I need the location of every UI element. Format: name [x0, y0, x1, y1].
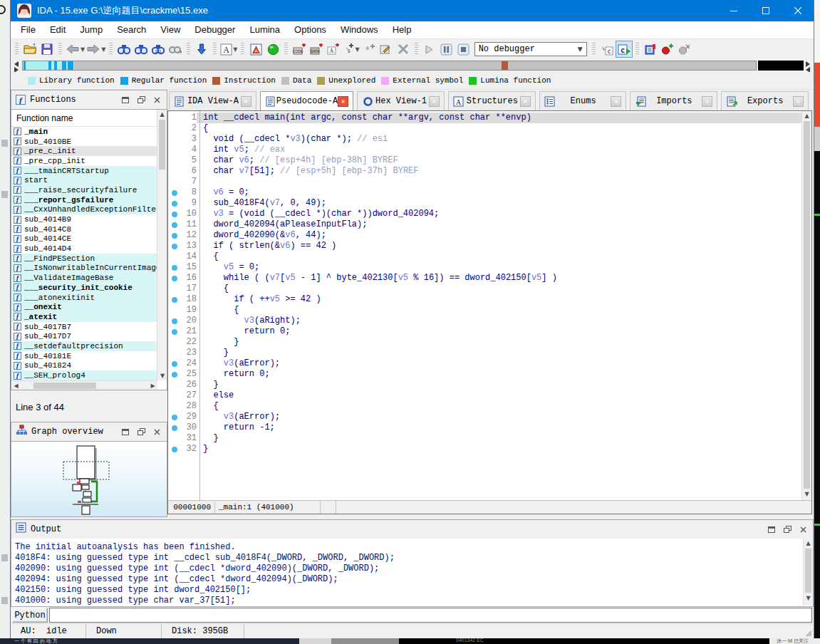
scroll-up-icon[interactable]: ▲: [804, 539, 813, 548]
breakpoint-dot[interactable]: [172, 244, 177, 249]
function-row[interactable]: fsub_4017B7: [11, 322, 157, 332]
navband-left-arrows[interactable]: [12, 61, 21, 71]
function-row[interactable]: fsub_4017D7: [11, 331, 157, 341]
code-line[interactable]: 29 v3(aError);: [168, 412, 802, 422]
tab-ida-view-a[interactable]: IDA View-A✕: [169, 91, 256, 110]
tab-imports[interactable]: Imports✕: [630, 91, 717, 110]
menu-search[interactable]: Search: [110, 21, 153, 38]
function-row[interactable]: f__ValidateImageBase: [11, 273, 157, 283]
breakpoint-dot[interactable]: [172, 318, 177, 324]
function-row[interactable]: f_pre_cpp_init: [11, 156, 157, 166]
breakpoint-gutter[interactable]: [168, 329, 181, 335]
python-input[interactable]: [49, 608, 812, 623]
code-line[interactable]: 3 void (__cdecl *v3)(char *); // esi: [168, 134, 802, 145]
code-line[interactable]: 16 while ( (v7[v5 - 1] ^ byte_402130[v5 …: [168, 273, 802, 284]
breakpoint-list-icon[interactable]: [642, 41, 659, 58]
code-line[interactable]: 28 {: [168, 401, 802, 412]
function-row[interactable]: f___security_init_cookie: [11, 283, 157, 293]
tab-close-hex-view-1[interactable]: ✕: [429, 96, 440, 107]
code-line[interactable]: 26 }: [168, 380, 802, 390]
breakpoint-gutter[interactable]: [168, 233, 181, 239]
functions-column-header[interactable]: Function name: [11, 110, 167, 127]
menu-edit[interactable]: Edit: [43, 21, 73, 38]
maximize-button[interactable]: [749, 0, 782, 21]
code-line[interactable]: 17 {: [168, 284, 802, 294]
breakpoint-dot[interactable]: [172, 222, 177, 228]
make-string-icon[interactable]: A: [325, 41, 342, 58]
breakpoint-dot[interactable]: [172, 212, 177, 217]
code-line[interactable]: 32}: [168, 444, 802, 455]
dock-icon[interactable]: [120, 427, 131, 437]
make-unknown-icon[interactable]: *: [360, 41, 378, 58]
code-line[interactable]: 2{: [168, 123, 802, 134]
breakpoint-gutter[interactable]: [168, 425, 181, 431]
tab-close-ida-view-a[interactable]: ✕: [241, 96, 251, 107]
breakpoint-gutter[interactable]: [168, 244, 181, 249]
navband-right-arrows[interactable]: [804, 61, 812, 71]
code-line[interactable]: 25 return 0;: [168, 369, 802, 380]
function-row[interactable]: fsub_40181E: [11, 351, 157, 361]
menu-help[interactable]: Help: [385, 21, 419, 38]
tab-hex-view-1[interactable]: Hex View-1✕: [357, 91, 445, 110]
breakpoint-gutter[interactable]: [168, 190, 181, 196]
close-panel-icon[interactable]: [151, 427, 162, 437]
tab-close-pseudocode-a[interactable]: ✕: [338, 96, 348, 107]
code-line[interactable]: 15 v5 = 0;: [168, 262, 802, 273]
close-panel-icon[interactable]: [797, 524, 809, 534]
scroll-down-icon[interactable]: ▼: [157, 371, 167, 380]
function-row[interactable]: f___report_gsfailure: [11, 195, 157, 205]
float-icon[interactable]: [135, 427, 147, 437]
problems-icon[interactable]: A: [247, 41, 264, 58]
code-line[interactable]: 1int __cdecl main(int argc, const char *…: [168, 113, 802, 123]
breakpoint-gutter[interactable]: [168, 265, 181, 271]
navband-track[interactable]: [22, 61, 757, 71]
function-row[interactable]: f_atexit: [11, 312, 157, 322]
pause-process-icon[interactable]: [438, 41, 455, 58]
function-row[interactable]: fsub_4014CE: [11, 234, 157, 244]
function-row[interactable]: f___tmainCRTStartup: [11, 166, 157, 176]
pseudocode-vertical-scrollbar[interactable]: ▲ ▼: [801, 111, 811, 500]
menu-debugger[interactable]: Debugger: [187, 21, 242, 38]
stop-process-icon[interactable]: [455, 41, 472, 58]
minimize-button[interactable]: [717, 0, 749, 21]
code-line[interactable]: 11 dword_402094(aPleaseInputFla);: [168, 219, 802, 230]
open-file-icon[interactable]: [21, 41, 38, 58]
tab-close-enums[interactable]: ✕: [611, 96, 621, 107]
delete-breakpoint-icon[interactable]: [676, 41, 693, 58]
code-line[interactable]: 13 if ( strlen(&v6) == 42 ): [168, 241, 802, 251]
pseudocode-view[interactable]: 1int __cdecl main(int argc, const char *…: [168, 111, 802, 500]
code-line[interactable]: 19 {: [168, 305, 802, 316]
code-line[interactable]: 12 dword_402090(&v6, 44);: [168, 230, 802, 241]
code-line[interactable]: 18 if ( ++v5 >= 42 ): [168, 294, 802, 305]
breakpoint-dot[interactable]: [172, 425, 177, 431]
function-row[interactable]: f_pre_c_init: [11, 146, 157, 156]
navigate-back-icon[interactable]: ▼: [65, 41, 85, 58]
code-line[interactable]: 6 char v7[51]; // [esp+5h] [ebp-37h] BYR…: [168, 166, 802, 177]
function-row[interactable]: f_main: [11, 127, 157, 137]
search-text-icon[interactable]: T: [133, 41, 150, 58]
float-icon[interactable]: [782, 524, 793, 534]
breakpoint-gutter[interactable]: [168, 212, 181, 217]
tab-structures[interactable]: AStructures✕: [448, 91, 536, 110]
code-line[interactable]: 7: [168, 177, 802, 187]
code-line[interactable]: 8 v6 = 0;: [168, 187, 802, 198]
function-row[interactable]: fsub_4010BE: [11, 137, 157, 147]
scroll-up-icon[interactable]: ▲: [157, 110, 167, 119]
start-process-icon[interactable]: [421, 41, 438, 58]
breakpoint-gutter[interactable]: [168, 276, 181, 281]
scrollbar-thumb[interactable]: [33, 383, 96, 389]
breakpoint-dot[interactable]: [172, 265, 177, 271]
breakpoint-gutter[interactable]: [168, 318, 181, 324]
function-row[interactable]: fstart: [11, 175, 157, 185]
menu-jump[interactable]: Jump: [73, 21, 110, 38]
code-line[interactable]: 21 return 0;: [168, 326, 802, 337]
patch-icon[interactable]: [378, 41, 395, 58]
function-row[interactable]: fsub_4014C8: [11, 224, 157, 234]
functions-vertical-scrollbar[interactable]: ▲ ▼: [157, 110, 167, 380]
search-binary-icon[interactable]: 101: [150, 41, 167, 58]
code-line[interactable]: 30 return -1;: [168, 422, 802, 433]
dock-icon[interactable]: [120, 95, 131, 105]
python-button[interactable]: Python: [12, 608, 48, 623]
ascii-string-icon[interactable]: A▼: [219, 41, 238, 58]
code-line[interactable]: 20 v3(aRight);: [168, 316, 802, 326]
